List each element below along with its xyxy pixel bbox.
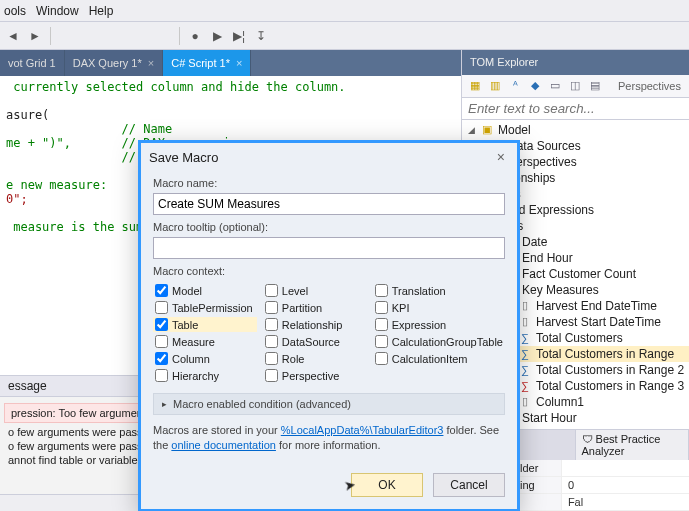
field-label-context: Macro context: [153,265,505,277]
context-checkbox[interactable] [375,301,388,314]
toolbar: ◄ ► ● ▶ ▶¦ ↧ [0,22,689,50]
button-label: OK [378,478,395,492]
tom-search-input[interactable] [462,98,689,120]
context-label: Measure [172,336,215,348]
tab-bpa[interactable]: 🛡 Best Practice Analyzer [576,430,690,460]
context-option[interactable]: Column [153,351,257,366]
context-option[interactable]: DataSource [263,334,367,349]
toolbar-separator [179,27,180,45]
toolbar-back-icon[interactable]: ◄ [2,25,24,47]
button-label: Cancel [450,478,487,492]
context-checkbox[interactable] [265,284,278,297]
tab-label: Best Practice Analyzer [582,433,661,457]
context-checkbox[interactable] [375,335,388,348]
context-label: KPI [392,302,410,314]
note-text: Macros are stored in your [153,424,281,436]
context-checkbox[interactable] [155,352,168,365]
dialog-title: Save Macro [149,150,218,165]
perspectives-dropdown[interactable]: Perspectives [618,80,685,92]
context-option[interactable]: Level [263,283,367,298]
tab-label: vot Grid 1 [8,57,56,69]
link-docs[interactable]: online documentation [171,439,276,451]
stop-icon[interactable]: ↧ [250,25,272,47]
context-label: Expression [392,319,446,331]
context-label: Model [172,285,202,297]
context-option[interactable]: TablePermission [153,300,257,315]
context-option[interactable]: CalculationItem [373,351,505,366]
context-label: Column [172,353,210,365]
cursor-icon: ➤ [343,476,358,494]
tab-csharp-script[interactable]: C# Script 1* × [163,50,251,76]
link-localappdata[interactable]: %LocalAppData%\TabularEditor3 [281,424,444,436]
cancel-button[interactable]: Cancel [433,473,505,497]
tom-icon[interactable]: ᴬ [506,77,524,95]
macro-context-grid: ModelLevelTranslationTablePermissionPart… [153,281,505,389]
context-label: Translation [392,285,446,297]
context-label: CalculationGroupTable [392,336,503,348]
context-option[interactable]: Expression [373,317,505,332]
context-option[interactable]: Measure [153,334,257,349]
context-checkbox[interactable] [375,352,388,365]
menu-item-window[interactable]: Window [36,4,79,18]
context-label: Hierarchy [172,370,219,382]
context-checkbox[interactable] [265,335,278,348]
context-checkbox[interactable] [155,369,168,382]
context-label: TablePermission [172,302,253,314]
ok-button[interactable]: ➤ OK [351,473,423,497]
close-icon[interactable]: × [148,57,154,69]
context-option[interactable]: Perspective [263,368,367,383]
context-option[interactable]: Model [153,283,257,298]
context-label: Partition [282,302,322,314]
macro-name-input[interactable] [153,193,505,215]
context-checkbox[interactable] [155,284,168,297]
tom-icon[interactable]: ▥ [486,77,504,95]
context-option[interactable]: Table [153,317,257,332]
tom-explorer-title: TOM Explorer [462,50,689,75]
menu-item-tools[interactable]: ools [4,4,26,18]
debug-icon[interactable]: ▶¦ [228,25,250,47]
macro-tooltip-input[interactable] [153,237,505,259]
tab-dax-query[interactable]: DAX Query 1* × [65,50,164,76]
chevron-right-icon: ▸ [162,399,167,409]
tom-icon[interactable]: ▭ [546,77,564,95]
context-checkbox[interactable] [155,318,168,331]
context-checkbox[interactable] [265,369,278,382]
close-icon[interactable]: × [236,57,242,69]
tree-node-model[interactable]: ◢▣Model [462,122,689,138]
toolbar-fwd-icon[interactable]: ► [24,25,46,47]
context-option[interactable]: CalculationGroupTable [373,334,505,349]
tom-icon[interactable]: ▦ [466,77,484,95]
field-label-tooltip: Macro tooltip (optional): [153,221,505,233]
context-option[interactable]: Role [263,351,367,366]
close-icon[interactable]: × [493,149,509,165]
context-checkbox[interactable] [375,318,388,331]
toolbar-spacer [55,25,175,47]
record-icon[interactable]: ● [184,25,206,47]
context-checkbox[interactable] [155,335,168,348]
context-option[interactable]: KPI [373,300,505,315]
menu-item-help[interactable]: Help [89,4,114,18]
context-checkbox[interactable] [265,352,278,365]
context-checkbox[interactable] [375,284,388,297]
context-option[interactable]: Partition [263,300,367,315]
tab-pivot-grid[interactable]: vot Grid 1 [0,50,65,76]
context-checkbox[interactable] [155,301,168,314]
context-checkbox[interactable] [265,318,278,331]
toolbar-separator [50,27,51,45]
field-label-name: Macro name: [153,177,505,189]
tom-icon[interactable]: ◫ [566,77,584,95]
tom-toolbar: ▦ ▥ ᴬ ◆ ▭ ◫ ▤ Perspectives [462,75,689,98]
tom-icon[interactable]: ▤ [586,77,604,95]
menu-bar: ools Window Help [0,0,689,22]
context-label: Level [282,285,308,297]
advanced-expander[interactable]: ▸ Macro enabled condition (advanced) [153,393,505,415]
save-macro-dialog: Save Macro × Macro name: Macro tooltip (… [138,140,520,511]
context-option[interactable]: Translation [373,283,505,298]
macro-storage-note: Macros are stored in your %LocalAppData%… [153,419,505,455]
context-option[interactable]: Hierarchy [153,368,257,383]
editor-tab-strip: vot Grid 1 DAX Query 1* × C# Script 1* × [0,50,461,76]
context-checkbox[interactable] [265,301,278,314]
context-option[interactable]: Relationship [263,317,367,332]
run-icon[interactable]: ▶ [206,25,228,47]
tom-icon[interactable]: ◆ [526,77,544,95]
